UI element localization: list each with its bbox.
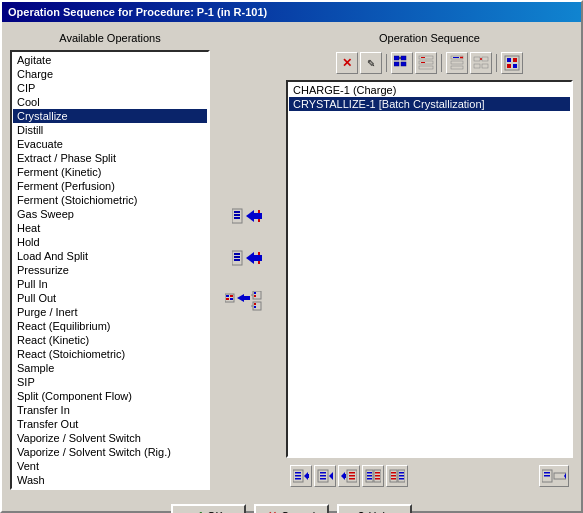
svg-rect-63 [320,472,326,474]
list-item[interactable]: Wash [13,473,207,487]
svg-rect-31 [394,56,399,60]
svg-rect-88 [399,478,404,480]
op-item[interactable]: CRYSTALLIZE-1 [Batch Crystallization] [289,97,570,111]
list-item[interactable]: Hold [13,235,207,249]
seq-icon-3 [449,55,465,71]
list-item[interactable]: CIP [13,81,207,95]
list-item[interactable]: Pull In [13,277,207,291]
list-item[interactable]: Load And Split [13,249,207,263]
list-item[interactable]: Ferment (Kinetic) [13,165,207,179]
transfer-button[interactable] [223,289,273,315]
op-item[interactable]: CHARGE-1 (Charge) [289,83,570,97]
svg-marker-60 [304,472,308,480]
ok-button[interactable]: ✔ OK [171,504,246,513]
right-panel: Operation Sequence ✕ ✎ [286,30,573,490]
list-item[interactable]: Pressurize [13,263,207,277]
bottom-btn-4[interactable] [362,465,384,487]
bottom-btn-3[interactable] [338,465,360,487]
list-item[interactable]: React (Stoichiometric) [13,347,207,361]
bottom-icon-5 [389,468,405,484]
toolbar-btn-3[interactable] [446,52,468,74]
delete-operation-button[interactable]: ✕ [336,52,358,74]
svg-rect-32 [401,56,406,60]
available-operations-label: Available Operations [10,30,210,46]
svg-rect-44 [453,57,459,58]
svg-rect-83 [391,475,396,477]
main-window: Operation Sequence for Procedure: P-1 (i… [0,0,583,513]
list-item[interactable]: Extract / Phase Split [13,151,207,165]
bottom-right-icon-1 [542,468,566,484]
list-item[interactable]: Agitate [13,53,207,67]
svg-rect-5 [254,213,262,219]
svg-rect-3 [234,217,240,219]
toolbar-separator-1 [386,54,387,72]
list-item[interactable]: Pull Out [13,291,207,305]
svg-rect-82 [391,472,396,474]
title-bar: Operation Sequence for Procedure: P-1 (i… [2,2,581,22]
list-item[interactable]: Transfer Out [13,417,207,431]
list-item[interactable]: Cool [13,95,207,109]
svg-rect-48 [474,64,480,68]
svg-rect-54 [507,64,511,68]
list-item[interactable]: SIP [13,375,207,389]
bottom-btn-1[interactable] [290,465,312,487]
svg-rect-43 [451,66,463,69]
svg-rect-58 [295,475,301,477]
svg-rect-18 [230,295,233,297]
list-item[interactable]: React (Kinetic) [13,333,207,347]
cancel-button[interactable]: ✕ Cancel [254,504,329,513]
bottom-btn-5[interactable] [386,465,408,487]
help-button[interactable]: ? Help [337,504,412,513]
svg-rect-19 [226,298,229,300]
svg-rect-65 [320,478,326,480]
list-item[interactable]: Evacuate [13,137,207,151]
svg-rect-33 [394,62,399,66]
bottom-icon-2 [317,468,333,484]
bottom-icon-4 [365,468,381,484]
operation-sequence-list[interactable]: CHARGE-1 (Charge)CRYSTALLIZE-1 [Batch Cr… [286,80,573,458]
list-item[interactable]: Ferment (Stoichiometric) [13,193,207,207]
cancel-icon: ✕ [268,509,277,513]
list-item[interactable]: Split (Component Flow) [13,389,207,403]
add-operation-button[interactable] [230,205,266,227]
bottom-icon-3 [341,468,357,484]
svg-rect-71 [349,475,355,477]
list-item[interactable]: Distill [13,123,207,137]
svg-rect-70 [349,472,355,474]
toolbar-separator-2 [441,54,442,72]
list-item[interactable]: Ferment (Perfusion) [13,179,207,193]
svg-rect-17 [226,295,229,297]
list-item[interactable]: Vaporize / Solvent Switch [13,431,207,445]
list-item[interactable]: Vaporize / Solvent Switch (Rig.) [13,445,207,459]
toolbar-btn-1[interactable] [391,52,413,74]
list-item[interactable]: Heat [13,221,207,235]
arrow-group-bottom [230,247,266,269]
list-item[interactable]: Charge [13,67,207,81]
list-item[interactable]: Purge / Inert [13,305,207,319]
list-item[interactable]: Crystallize [13,109,207,123]
ok-icon: ✔ [194,509,203,513]
svg-rect-79 [375,475,380,477]
list-item[interactable]: React (Equilibrium) [13,319,207,333]
seq-icon-5 [504,55,520,71]
svg-rect-74 [367,472,372,474]
list-item[interactable]: Sample [13,361,207,375]
svg-rect-49 [482,64,488,68]
list-item[interactable]: Transfer In [13,403,207,417]
svg-rect-15 [258,261,260,264]
remove-operation-button[interactable] [230,247,266,269]
toolbar-btn-4[interactable] [470,52,492,74]
svg-rect-22 [244,296,250,300]
bottom-btn-2[interactable] [314,465,336,487]
toolbar-btn-2[interactable] [415,52,437,74]
list-item[interactable]: Gas Sweep [13,207,207,221]
svg-rect-42 [451,61,463,64]
edit-operation-button[interactable]: ✎ [360,52,382,74]
remove-arrow-icon [232,249,264,267]
list-item[interactable]: Vent [13,459,207,473]
available-operations-list[interactable]: AgitateChargeCIPCoolCrystallizeDistillEv… [10,50,210,490]
bottom-right-btn-1[interactable] [539,465,569,487]
delete-icon: ✕ [342,56,352,70]
ok-label: OK [207,510,223,514]
toolbar-btn-5[interactable] [501,52,523,74]
